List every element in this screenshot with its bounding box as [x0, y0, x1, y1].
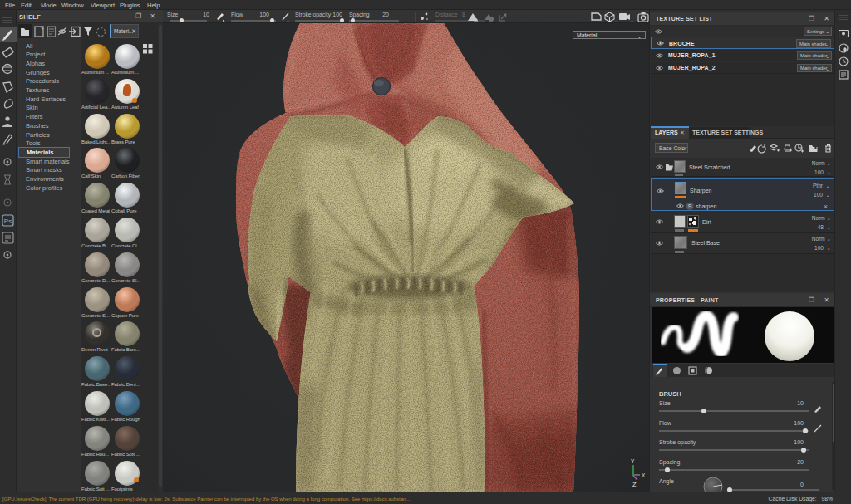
svg-text:X: X	[642, 472, 646, 478]
svg-text:Y: Y	[631, 458, 635, 464]
svg-text:S: S	[688, 203, 692, 209]
svg-text:Ps: Ps	[4, 218, 12, 225]
svg-text:Z: Z	[632, 481, 637, 488]
